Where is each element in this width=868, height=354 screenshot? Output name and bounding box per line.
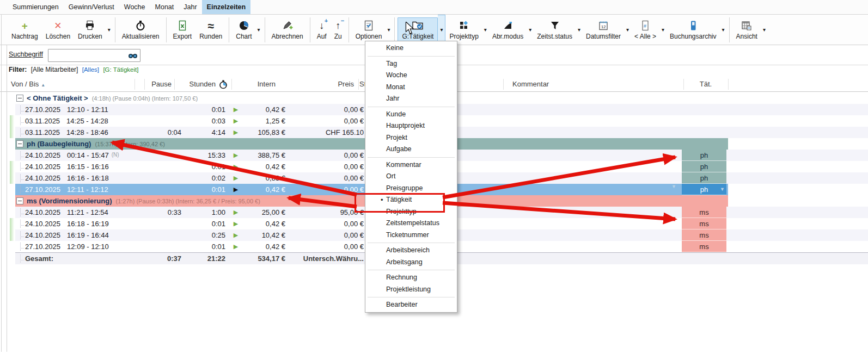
auf-button[interactable]: ↓+ Auf bbox=[313, 18, 331, 42]
play-icon[interactable]: ▶ bbox=[225, 243, 246, 250]
menu-item-tag[interactable]: Tag bbox=[365, 58, 457, 70]
play-icon[interactable]: ▶ bbox=[225, 106, 246, 113]
column-header-preis[interactable]: Preis bbox=[338, 80, 354, 88]
collapse-toggle-icon[interactable] bbox=[16, 140, 23, 147]
search-input[interactable] bbox=[48, 49, 140, 62]
zeitststatus-button[interactable]: Zeitst.status bbox=[533, 18, 576, 42]
row-pause: 0:04 bbox=[157, 128, 181, 136]
menu-item-preisgruppe[interactable]: Preisgruppe bbox=[365, 183, 457, 195]
loeschen-button[interactable]: ✕ Löschen bbox=[42, 18, 74, 42]
column-header-kommentar[interactable]: Kommentar bbox=[512, 80, 549, 88]
column-header-pause[interactable]: Pause bbox=[151, 80, 172, 88]
taetigkeit-combo-arrow-icon[interactable]: ▼ bbox=[720, 184, 725, 195]
play-icon[interactable]: ▶ bbox=[225, 129, 246, 136]
gtaetigkeit-dropdown-arrow[interactable]: ▾ bbox=[438, 15, 445, 45]
menu-item-arbeitsbereich[interactable]: Arbeitsbereich bbox=[365, 245, 457, 257]
menu-item-rechnung[interactable]: Rechnung bbox=[365, 272, 457, 284]
menu-item-ticketnummer[interactable]: Ticketnummer bbox=[365, 229, 457, 241]
play-icon[interactable]: ▶ bbox=[225, 186, 246, 193]
buchungsarchiv-dropdown-arrow[interactable]: ▾ bbox=[720, 27, 726, 33]
menu-item-aufgabe[interactable]: Aufgabe bbox=[365, 144, 457, 156]
projekttyp-button[interactable]: Projekttyp bbox=[445, 18, 482, 42]
calendar-icon: 12 bbox=[598, 20, 609, 32]
menu-item-keine[interactable]: Keine bbox=[365, 42, 457, 54]
runden-button[interactable]: ≈ Runden bbox=[195, 18, 226, 42]
row-intern: 0,42 € bbox=[246, 163, 285, 171]
play-icon[interactable]: ▶ bbox=[225, 232, 246, 239]
optionen-button[interactable]: Optionen bbox=[352, 18, 386, 42]
abrmodus-button[interactable]: Abr.modus bbox=[488, 18, 527, 42]
play-icon[interactable]: ▶ bbox=[225, 163, 246, 170]
menu-item-bearbeiter[interactable]: Bearbeiter bbox=[365, 299, 457, 311]
header-divider bbox=[135, 79, 135, 90]
drucken-button[interactable]: Drucken bbox=[74, 18, 106, 42]
menu-item-zeitstempelstatus[interactable]: Zeitstempelstatus bbox=[365, 218, 457, 229]
row-time: 11:21 - 12:54 bbox=[67, 208, 108, 216]
annotation-highlight-box bbox=[354, 193, 445, 213]
column-header-stunden[interactable]: Stunden bbox=[190, 80, 216, 88]
menu-item-arbeitsgang[interactable]: Arbeitsgang bbox=[365, 257, 457, 269]
alle-button[interactable]: # < Alle > bbox=[631, 18, 660, 42]
datumsfilter-dropdown-arrow[interactable]: ▾ bbox=[625, 27, 631, 33]
menu-item-projekt[interactable]: Projekt bbox=[365, 132, 457, 144]
arrow-up-minus-icon: ↑− bbox=[335, 20, 340, 32]
menu-item-jahr[interactable]: Jahr bbox=[365, 93, 457, 105]
ansicht-dropdown-arrow[interactable]: ▾ bbox=[761, 27, 767, 33]
filter-grouping[interactable]: [G: Tätigkeit] bbox=[103, 66, 138, 73]
menu-item-projektleistung[interactable]: Projektleistung bbox=[365, 284, 457, 296]
aktualisieren-button[interactable]: Aktualisieren bbox=[118, 18, 163, 42]
play-icon[interactable]: ▶ bbox=[225, 209, 246, 216]
menu-item-kommentar[interactable]: Kommentar bbox=[365, 159, 457, 171]
chart-button[interactable]: Chart bbox=[232, 18, 255, 42]
abrmodus-dropdown-arrow[interactable]: ▾ bbox=[527, 27, 533, 33]
row-hours: 15:33 bbox=[181, 151, 225, 159]
menu-separator bbox=[368, 56, 455, 57]
tab-gewinn-verlust[interactable]: Gewinn/Verlust bbox=[64, 0, 119, 14]
column-header-von-bis[interactable]: Von / Bis▲ bbox=[11, 80, 45, 88]
row-price: 0,00 € bbox=[285, 105, 364, 114]
menu-item-woche[interactable]: Woche bbox=[365, 70, 457, 82]
menu-item-monat[interactable]: Monat bbox=[365, 82, 457, 94]
abrechnen-button[interactable]: Abrechnen bbox=[268, 18, 307, 42]
collapse-toggle-icon[interactable] bbox=[16, 95, 23, 102]
row-price: 0,00 € bbox=[285, 163, 364, 171]
tab-jahr[interactable]: Jahr bbox=[179, 0, 201, 14]
chart-dropdown-arrow[interactable]: ▾ bbox=[256, 27, 262, 33]
datumsfilter-button[interactable]: 12 Datumsfilter bbox=[582, 18, 625, 42]
column-header-taetigkeit[interactable]: Tät. bbox=[683, 80, 728, 88]
menu-item-ort[interactable]: Ort bbox=[365, 171, 457, 183]
tab-woche[interactable]: Woche bbox=[119, 0, 150, 14]
menu-item-kunde[interactable]: Kunde bbox=[365, 109, 457, 121]
tab-einzelzeiten[interactable]: Einzelzeiten bbox=[202, 0, 251, 14]
buchungsarchiv-button[interactable]: Buchungsarchiv bbox=[666, 18, 720, 42]
taetigkeit-cell: ph bbox=[682, 172, 726, 184]
column-header-intern[interactable]: Intern bbox=[258, 80, 276, 88]
ansicht-button[interactable]: Ansicht bbox=[732, 18, 761, 42]
collapse-toggle-icon[interactable] bbox=[16, 197, 23, 204]
printer-icon bbox=[84, 20, 95, 32]
tab-summierungen[interactable]: Summierungen bbox=[8, 0, 64, 14]
tab-monat[interactable]: Monat bbox=[150, 0, 179, 14]
play-icon[interactable]: ▶ bbox=[225, 152, 246, 159]
play-icon[interactable]: ▶ bbox=[225, 117, 246, 125]
filter-employees[interactable]: [Alle Mitarbeiter] bbox=[31, 66, 78, 73]
export-button[interactable]: Export bbox=[169, 18, 196, 42]
filter-scope[interactable]: [Alles] bbox=[82, 66, 99, 73]
row-price: 0,00 € bbox=[285, 231, 364, 239]
taetigkeit-cell[interactable]: ph▼ bbox=[682, 184, 726, 195]
play-icon[interactable]: ▶ bbox=[225, 220, 246, 227]
total-label: Gesamt: bbox=[25, 254, 53, 263]
optionen-dropdown-arrow[interactable]: ▾ bbox=[386, 27, 392, 33]
row-price: 0,00 € bbox=[285, 151, 364, 159]
zeitststatus-dropdown-arrow[interactable]: ▾ bbox=[576, 27, 582, 33]
kommentar-combo-arrow-icon[interactable]: ▼ bbox=[671, 184, 676, 189]
menu-item-hauptprojekt[interactable]: Hauptprojekt bbox=[365, 120, 457, 132]
projekttyp-dropdown-arrow[interactable]: ▾ bbox=[482, 27, 488, 33]
gtaetigkeit-button[interactable]: G:Tätigkeit bbox=[398, 17, 438, 42]
nachtrag-button[interactable]: + Nachtrag bbox=[8, 18, 42, 42]
play-icon[interactable]: ▶ bbox=[225, 175, 246, 182]
drucken-dropdown-arrow[interactable]: ▾ bbox=[106, 27, 112, 33]
grid-icon bbox=[741, 20, 752, 32]
alle-dropdown-arrow[interactable]: ▾ bbox=[660, 27, 666, 33]
zu-button[interactable]: ↑− Zu bbox=[331, 18, 346, 42]
